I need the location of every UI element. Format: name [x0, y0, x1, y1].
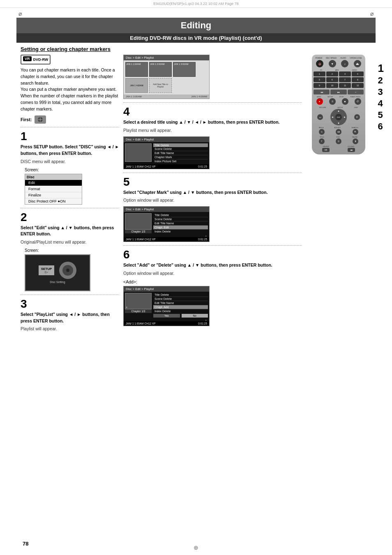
disc-screen-icon [59, 262, 76, 279]
num-8[interactable]: 8 [352, 77, 364, 82]
s6-opt1: Title Delete [153, 293, 208, 297]
lbl-rec-speed: REC SPEED [326, 57, 337, 59]
extra-btn3[interactable]: ↩ [348, 90, 364, 94]
step5-top-sep [123, 173, 302, 173]
lbl-audio: AUDIO [340, 57, 346, 59]
step2-sub: Original/PlayList menu will appear. [21, 239, 119, 246]
lbl-disp: DISP [354, 106, 358, 108]
sub-title: Editing DVD-RW discs in VR mode (Playlis… [16, 33, 376, 43]
step5-body: Chapter 1/3 Title Delete Scene Delete Ed… [124, 212, 209, 235]
intro-text: You can put chapter markers in each titl… [21, 67, 119, 112]
disc-setting-label: Disc Setting [50, 281, 65, 283]
step6-timecode: 0:01:25 [198, 322, 207, 325]
lbl-ch-skip: CH SKIP [348, 145, 354, 147]
step4-timecode: 0:01:25 [198, 165, 207, 168]
thumb-4: JAN 1 4:00AM [125, 78, 148, 93]
ch-skip-btn[interactable]: ⏭ [348, 148, 355, 152]
a-b-rpt-btn[interactable]: AB [336, 129, 341, 135]
page-number: 78 [23, 541, 28, 547]
search-btn[interactable]: 🔍 [353, 129, 358, 135]
corner-right: ⌀ [370, 10, 374, 17]
num-12[interactable]: 12 [352, 83, 364, 88]
step-ind-6: 6 [378, 122, 384, 131]
step4-top-sep [123, 102, 302, 103]
s6-no[interactable]: No [182, 314, 208, 318]
first-label: First: [21, 117, 32, 122]
disc-menu: Disc Edit Format Finalize Disc Protect O… [25, 174, 82, 205]
setup-screen-btn: SETUP ☰✓ [39, 265, 55, 275]
disp-btn[interactable]: D [354, 114, 360, 120]
step4-playlist-box: Disc > Edit > Playlist Title Delete Scen… [123, 136, 210, 169]
bottom-crosshair: ⊕ [194, 544, 198, 551]
step-ind-3: 3 [378, 88, 384, 97]
nav-cross[interactable]: ▲ ▼ ◄ ► ENT [330, 109, 347, 125]
extra-btn2[interactable]: ▶▶ [330, 90, 346, 94]
step3-thumbnails: JAN 1 1:00AM JAN 1 2:00AM JAN 1 3:00AM J… [124, 60, 209, 94]
step5-timecode: 0:01:25 [198, 238, 207, 241]
remote-play-btns: T D ⏸ [314, 138, 364, 144]
num-7[interactable]: 7 [339, 77, 351, 82]
step2-screen-label: Screen: [21, 248, 119, 253]
remote-bottom-btns: VR ⏭ [314, 148, 364, 152]
step1-sub: DISC menu will appear. [21, 159, 119, 165]
left-panel: VR DVD-RW You can put chapter markers in… [21, 55, 119, 335]
s6-yes[interactable]: Yes [153, 314, 180, 318]
step5-thumb [125, 213, 152, 230]
rec-speed-btn[interactable]: ▼ [329, 60, 336, 67]
vr-svr-btn[interactable]: VR [322, 148, 330, 152]
min-a-btn[interactable]: ↻ [319, 129, 325, 135]
timer-btn[interactable]: ⏱ [355, 98, 361, 105]
audio-btn[interactable]: ♪ [341, 60, 348, 67]
vr-badge-container: VR DVD-RW [21, 55, 51, 64]
thumb-3: JAN 1 3:00AM [173, 62, 196, 77]
footer-item2: JAN 1 4:00AM [191, 95, 207, 98]
num-10[interactable]: 10 [326, 83, 338, 88]
lbl-setup2: SETUP [337, 106, 343, 108]
step5-number: 5 [123, 176, 302, 188]
step2-number: 2 [21, 212, 119, 223]
setup-icon [35, 115, 46, 124]
remote-top-labels: POWER REC SPEED AUDIO OPEN/CLOSE [314, 57, 364, 59]
return-btn[interactable]: ↩ [317, 114, 323, 120]
remote-row1: ⏻ ▼ ♪ ⏏ [314, 60, 364, 67]
right-panel: POWER REC SPEED AUDIO OPEN/CLOSE ⏻ ▼ ♪ ⏏… [306, 55, 371, 154]
num-1[interactable]: 1 [314, 71, 325, 76]
dvd-btn[interactable]: D [336, 138, 341, 144]
num-6[interactable]: 6 [326, 77, 338, 82]
num-2[interactable]: 2 [326, 71, 338, 76]
s5-opt1: Title Delete [153, 213, 208, 217]
step6-options: Title Delete Scene Delete Edit Title Nam… [153, 293, 208, 318]
extra-btn1[interactable]: ◀◀ [314, 90, 330, 94]
setup-btn[interactable]: ☰ [329, 98, 336, 105]
step4-thumb [125, 143, 152, 162]
power-btn[interactable]: ⏻ [316, 60, 323, 67]
lbl-dvd: DVD [337, 136, 340, 138]
open-close-btn[interactable]: ⏏ [354, 60, 361, 67]
opt-scene-delete: Scene Delete [153, 147, 208, 151]
enter-btn[interactable]: ENT [335, 114, 342, 120]
stop-btn[interactable]: ■ [342, 98, 348, 105]
remote-rec-row: ● ☰ ■ ⏱ [314, 98, 364, 105]
num-11[interactable]: 11 [339, 83, 351, 88]
remote-play-labels: TITLE DVD PAUSE [314, 136, 364, 138]
disc-menu-title: Disc [25, 174, 82, 180]
disc-menu-item-protect: Disc Protect OFF ●ON [25, 198, 82, 204]
step3-playlist-footer: JAN 1 3:00AM JAN 1 4:00AM [124, 94, 209, 99]
lbl-video: VIDEO [352, 69, 357, 71]
title-btn[interactable]: T [319, 138, 325, 144]
step6-sub: Option window will appear. [123, 270, 302, 277]
lbl-st: ST [320, 69, 322, 71]
num-9[interactable]: 9 [314, 83, 325, 88]
num-5[interactable]: 5 [314, 77, 325, 82]
step5-thumb-container: Chapter 1/3 [125, 213, 152, 233]
rec-btn[interactable]: ● [316, 98, 323, 105]
num-4[interactable]: 4 [352, 71, 364, 76]
opt-title-delete: Title Delete [153, 143, 208, 147]
lbl-a-b: A-B RPT [334, 127, 341, 129]
main-title: Editing [16, 18, 376, 33]
s6-opt5: Index Delete [153, 309, 208, 313]
num-3[interactable]: 3 [339, 71, 351, 76]
lbl-vr-svr: VR/SVR [323, 145, 329, 147]
s5-opt4: Chapt. Edit [153, 226, 208, 230]
pause-btn[interactable]: ⏸ [353, 138, 358, 144]
